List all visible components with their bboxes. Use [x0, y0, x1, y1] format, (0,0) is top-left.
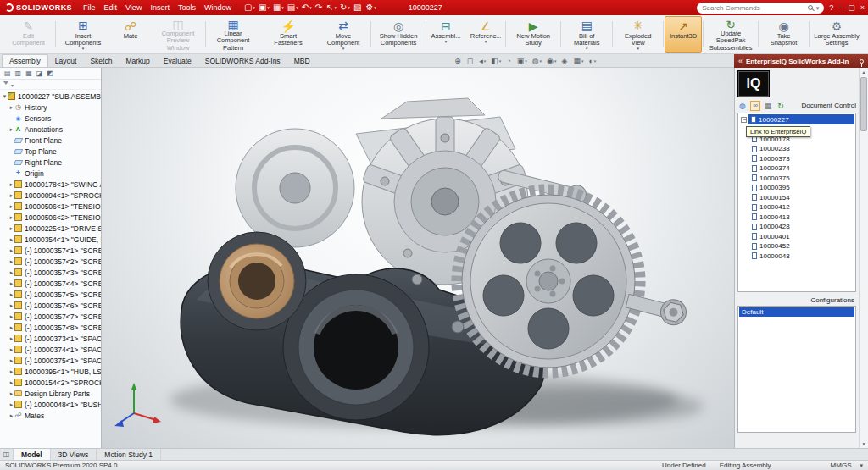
scroll-up-icon[interactable] — [860, 68, 868, 76]
expand-arrow-icon[interactable]: ▸ — [8, 269, 14, 276]
eiq-connection-icon[interactable] — [737, 101, 748, 111]
expand-arrow-icon[interactable]: ▸ — [8, 104, 14, 111]
tree-item[interactable]: ▸ 10000354<1> "GUIDE, DRI — [0, 234, 101, 245]
ribbon-button[interactable]: Instant3D — [665, 16, 702, 53]
command-tab[interactable]: SOLIDWORKS Add-Ins — [198, 55, 287, 67]
expand-arrow-icon[interactable]: ▸ — [8, 247, 14, 254]
file-properties-icon[interactable]: ▧ — [352, 2, 364, 14]
collapse-panel-icon[interactable]: « — [738, 58, 743, 65]
expand-arrow-icon[interactable]: ▸ — [8, 302, 14, 309]
expand-arrow-icon[interactable]: ▸ — [8, 225, 14, 232]
ribbon-button[interactable]: New Motion Study — [507, 16, 559, 53]
maximize-button[interactable]: ▢ — [848, 4, 855, 12]
search-dropdown-icon[interactable] — [816, 3, 820, 12]
command-tab[interactable]: Markup — [119, 55, 156, 67]
assembly-3d-model[interactable] — [102, 68, 734, 448]
rebuild-icon[interactable]: ↻▾ — [338, 2, 352, 14]
expand-arrow-icon[interactable]: ▾ — [2, 93, 8, 100]
tree-item[interactable]: Front Plane — [0, 135, 101, 146]
ribbon-button[interactable]: Assembl... ▾ — [427, 16, 465, 53]
view-settings-icon[interactable]: ◐▾ — [588, 57, 596, 65]
task-pane-scrollbar[interactable] — [859, 68, 868, 448]
command-tab[interactable]: Assembly — [2, 54, 48, 67]
model-tab[interactable]: 3D Views — [51, 449, 97, 460]
document-item[interactable]: 10000375 — [739, 174, 854, 184]
tree-item[interactable]: ▸ 10000506<1> "TENSIONER — [0, 201, 101, 212]
model-tab[interactable]: Model — [14, 449, 51, 460]
graphics-viewport[interactable] — [102, 68, 734, 448]
ribbon-button[interactable]: Linear Component Pattern ▾ — [207, 16, 259, 53]
ribbon-button[interactable]: Show Hidden Components — [372, 16, 425, 53]
ribbon-button[interactable]: Take Snapshot — [760, 16, 808, 53]
units-indicator[interactable]: MMGS — [831, 462, 852, 469]
expand-arrow-icon[interactable]: ▸ — [8, 390, 14, 397]
selected-document[interactable]: 10000227 — [748, 114, 854, 124]
document-item[interactable]: 10000401 — [739, 232, 854, 242]
ribbon-button[interactable]: Mate — [112, 16, 149, 53]
tree-item[interactable]: Sensors — [0, 113, 101, 124]
dimxpertmanager-tab-icon[interactable]: ◪ — [36, 69, 43, 77]
tree-item[interactable]: ▸ 10000094<1> "SPROCKET, — [0, 190, 101, 201]
tree-item[interactable]: ▸ (-) 10000357<8> "SCREW, — [0, 322, 101, 333]
ribbon-button[interactable]: Edit Component — [3, 16, 54, 53]
propertymanager-tab-icon[interactable]: ▥ — [15, 69, 22, 77]
tree-item[interactable]: ▸ (-) 10000357<7> "SCREW, — [0, 311, 101, 322]
bronze-bushing[interactable] — [208, 232, 306, 330]
tree-item[interactable]: ▸ Mates — [0, 410, 101, 421]
tree-item[interactable]: Right Plane — [0, 157, 101, 168]
document-item[interactable]: 10000374 — [739, 163, 854, 174]
edit-appearance-icon[interactable]: ◈ — [561, 57, 568, 65]
ribbon-button[interactable]: Exploded View ▾ — [614, 16, 662, 53]
pin-panel-icon[interactable] — [860, 59, 864, 64]
document-root-row[interactable]: 10000227 — [739, 114, 854, 124]
section-view-icon[interactable]: ◧▾ — [491, 57, 501, 65]
expand-arrow-icon[interactable]: ▸ — [8, 313, 14, 320]
document-item[interactable]: 10000412 — [739, 202, 854, 213]
tree-item[interactable]: ▸ (-) 10000373<1> "SPACER, — [0, 333, 101, 344]
tree-item[interactable]: ▸ (-) 10000357<2> "SCREW, — [0, 256, 101, 267]
command-tab[interactable]: Sketch — [83, 55, 119, 67]
ribbon-button[interactable]: Smart Fasteners — [262, 16, 314, 53]
menu-item[interactable]: Tools — [174, 3, 200, 12]
menu-item[interactable]: File — [79, 3, 100, 12]
tree-item[interactable]: ▸ 10000506<2> "TENSIONER — [0, 212, 101, 223]
ribbon-button[interactable]: Large Assembly Settings — [810, 16, 863, 53]
drive-sprocket[interactable] — [457, 190, 640, 373]
open-document-icon[interactable]: ▣▾ — [257, 2, 271, 14]
ribbon-button[interactable]: Referenc... ▾ — [467, 16, 504, 53]
view-orientation-icon[interactable]: ▣▾ — [517, 57, 527, 65]
scroll-down-icon[interactable] — [860, 440, 868, 448]
tree-item[interactable]: Top Plane — [0, 146, 101, 157]
eiq-refresh-icon[interactable] — [776, 101, 786, 111]
tree-item[interactable]: Origin — [0, 168, 101, 179]
tree-item[interactable]: ▸ (-) 10000357<5> "SCREW, — [0, 289, 101, 300]
tree-item[interactable]: ▸ Design Library Parts — [0, 388, 101, 399]
tree-item[interactable]: ▸ (-) 10000375<1> "SPACER, — [0, 355, 101, 366]
filter-dropdown-icon[interactable] — [11, 80, 14, 89]
ribbon-button[interactable]: Bill of Materials ▾ — [562, 16, 611, 53]
document-item[interactable]: 10000373 — [739, 154, 854, 164]
tree-item[interactable]: ▸ 10000225<1> "DRIVE SPRC — [0, 223, 101, 234]
expand-arrow-icon[interactable]: ▸ — [8, 357, 14, 364]
link-to-enterpriseiq-icon[interactable] — [750, 101, 760, 111]
tree-item[interactable]: ▸ (-) 10000357<3> "SCREW, — [0, 267, 101, 278]
split-view-icon[interactable] — [0, 449, 14, 460]
tree-item[interactable]: ▸ 10000178<1> "SWING ARM — [0, 179, 101, 190]
select-icon[interactable]: ↖▾ — [325, 2, 338, 14]
menu-item[interactable]: Insert — [146, 3, 174, 12]
expand-arrow-icon[interactable]: ▸ — [8, 335, 14, 342]
document-item[interactable]: 10000395 — [739, 183, 854, 193]
tree-root-item[interactable]: ▾ 10000227 "SUB ASSEMBLY, LH — [0, 91, 101, 102]
menu-item[interactable]: Window — [200, 3, 236, 12]
dynamic-annotation-views-icon[interactable]: ◔ — [506, 57, 511, 65]
expand-arrow-icon[interactable]: ▸ — [8, 181, 14, 188]
display-style-icon[interactable]: ◍▾ — [532, 57, 542, 65]
scrollbar-thumb[interactable] — [860, 77, 867, 131]
command-tab[interactable]: MBD — [287, 55, 317, 67]
configuration-item[interactable]: Default — [739, 307, 854, 317]
tree-item[interactable]: ▸ History — [0, 102, 101, 113]
document-item[interactable]: 10000048 — [739, 252, 854, 262]
tree-item[interactable]: ▸ Annotations — [0, 124, 101, 135]
ribbon-button[interactable]: Component Preview Window — [152, 16, 204, 53]
expand-arrow-icon[interactable]: ▸ — [8, 291, 14, 298]
